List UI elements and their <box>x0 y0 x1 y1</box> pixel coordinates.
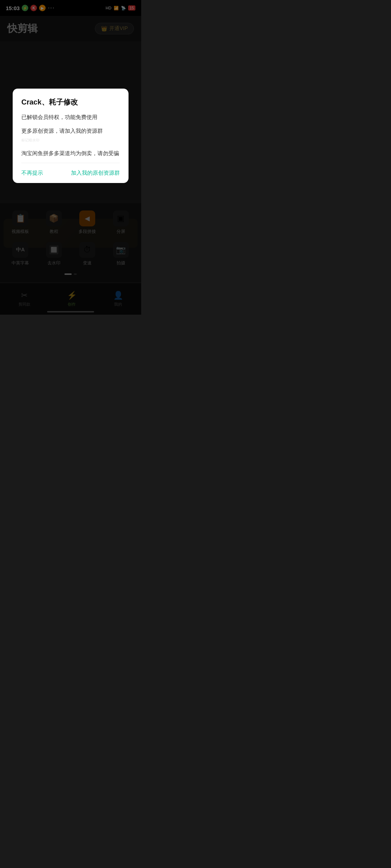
dialog-title: Crack、耗子修改 <box>21 97 120 107</box>
dialog-line-1: 已解锁会员特权，功能免费使用 <box>21 113 120 122</box>
watermark-text: 标记暗水印 <box>21 138 39 142</box>
dialog-actions: 不再提示 加入我的原创资源群 <box>21 163 120 183</box>
dialog: Crack、耗子修改 已解锁会员特权，功能免费使用 更多原创资源，请加入我的资源… <box>13 89 129 183</box>
dialog-overlay: Crack、耗子修改 已解锁会员特权，功能免费使用 更多原创资源，请加入我的资源… <box>0 0 141 315</box>
dismiss-button[interactable]: 不再提示 <box>21 170 43 176</box>
dialog-line-3: 淘宝闲鱼拼多多渠道均为倒卖，请勿受骗 <box>21 149 120 158</box>
dialog-line-2: 更多原创资源，请加入我的资源群 标记暗水印 <box>21 127 120 144</box>
dialog-body: 已解锁会员特权，功能免费使用 更多原创资源，请加入我的资源群 标记暗水印 淘宝闲… <box>21 113 120 158</box>
join-button[interactable]: 加入我的原创资源群 <box>71 170 120 176</box>
